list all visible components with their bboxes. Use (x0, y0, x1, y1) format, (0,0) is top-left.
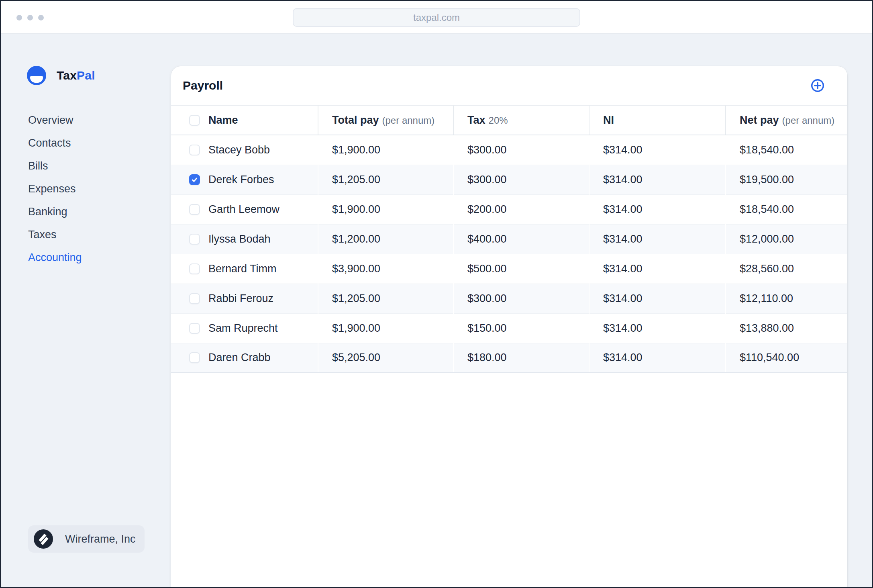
ni-value: $314.00 (589, 263, 725, 275)
select-all-checkbox[interactable] (189, 115, 200, 126)
sidebar-item-contacts[interactable]: Contacts (28, 132, 82, 155)
ni-value: $314.00 (589, 322, 725, 335)
tax-value: $200.00 (454, 203, 589, 216)
url-text: taxpal.com (413, 12, 460, 23)
net-pay-value: $18,540.00 (726, 203, 847, 216)
net-pay-value: $12,110.00 (726, 292, 847, 305)
column-header-ni: NI (589, 114, 725, 127)
ni-value: $314.00 (589, 292, 725, 305)
table-row: Daren Crabb $5,205.00 $180.00 $314.00 $1… (171, 343, 847, 373)
row-checkbox[interactable] (189, 263, 200, 274)
page-title: Payroll (183, 79, 223, 92)
sidebar-item-overview[interactable]: Overview (28, 109, 82, 132)
ni-value: $314.00 (589, 233, 725, 245)
circle-plus-icon (810, 78, 825, 93)
tax-value: $300.00 (454, 174, 589, 186)
workspace-switcher[interactable]: Wireframe, Inc (28, 525, 145, 553)
column-header-tax: Tax20% (454, 114, 589, 127)
net-pay-value: $28,560.00 (726, 263, 847, 275)
tax-value: $150.00 (454, 322, 589, 335)
employee-name: Garth Leemow (208, 203, 279, 216)
ni-value: $314.00 (589, 144, 725, 156)
sidebar-item-bills[interactable]: Bills (28, 155, 82, 178)
table-row: Derek Forbes $1,205.00 $300.00 $314.00 $… (171, 165, 847, 194)
table-row: Sam Ruprecht $1,900.00 $150.00 $314.00 $… (171, 313, 847, 343)
tax-value: $400.00 (454, 233, 589, 245)
row-checkbox[interactable] (189, 323, 200, 334)
column-header-name: Name (208, 114, 238, 127)
row-checkbox[interactable] (189, 352, 200, 363)
table-row: Ilyssa Bodah $1,200.00 $400.00 $314.00 $… (171, 224, 847, 254)
table-row: Bernard Timm $3,900.00 $500.00 $314.00 $… (171, 254, 847, 284)
sidebar-item-accounting[interactable]: Accounting (28, 246, 82, 269)
tax-value: $500.00 (454, 263, 589, 275)
row-checkbox[interactable] (189, 145, 200, 155)
window-controls (16, 15, 44, 20)
workspace-name: Wireframe, Inc (65, 533, 136, 545)
table-row: Stacey Bobb $1,900.00 $300.00 $314.00 $1… (171, 135, 847, 165)
window-dot-icon[interactable] (38, 15, 44, 20)
row-checkbox[interactable] (189, 174, 200, 185)
employee-name: Bernard Timm (208, 263, 277, 275)
employee-name: Ilyssa Bodah (208, 233, 271, 245)
ni-value: $314.00 (589, 174, 725, 186)
address-bar[interactable]: taxpal.com (293, 8, 580, 27)
employee-name: Sam Ruprecht (208, 322, 278, 335)
total-pay-value: $5,205.00 (318, 351, 453, 364)
payroll-table: Name Total pay(per annum) Tax20% NI Net … (171, 105, 847, 373)
row-checkbox[interactable] (189, 234, 200, 245)
tax-value: $300.00 (454, 292, 589, 305)
browser-bar: taxpal.com (1, 1, 872, 34)
table-row: Rabbi Ferouz $1,205.00 $300.00 $314.00 $… (171, 284, 847, 313)
window-dot-icon[interactable] (16, 15, 22, 20)
ni-value: $314.00 (589, 351, 725, 364)
brand-name: TaxPal (57, 69, 95, 82)
total-pay-value: $1,205.00 (318, 292, 453, 305)
total-pay-value: $1,900.00 (318, 322, 453, 335)
employee-name: Derek Forbes (208, 174, 274, 186)
employee-name: Stacey Bobb (208, 144, 270, 156)
total-pay-value: $1,900.00 (318, 203, 453, 216)
row-checkbox[interactable] (189, 293, 200, 304)
wireframe-logo-icon (34, 529, 53, 549)
employee-name: Rabbi Ferouz (208, 292, 273, 305)
card-header: Payroll (171, 66, 847, 105)
ni-value: $314.00 (589, 203, 725, 216)
net-pay-value: $13,880.00 (726, 322, 847, 335)
total-pay-value: $1,900.00 (318, 144, 453, 156)
table-row: Garth Leemow $1,900.00 $200.00 $314.00 $… (171, 194, 847, 224)
row-checkbox[interactable] (189, 204, 200, 215)
net-pay-value: $19,500.00 (726, 174, 847, 186)
app-window: taxpal.com TaxPal Overview Contacts Bill… (0, 0, 873, 588)
tax-value: $300.00 (454, 144, 589, 156)
sidebar-nav: Overview Contacts Bills Expenses Banking… (28, 109, 82, 269)
taxpal-logo[interactable]: TaxPal (27, 66, 95, 85)
sidebar-item-taxes[interactable]: Taxes (28, 223, 82, 246)
table-header-row: Name Total pay(per annum) Tax20% NI Net … (171, 105, 847, 135)
taxpal-logo-icon (27, 66, 46, 85)
net-pay-value: $12,000.00 (726, 233, 847, 245)
sidebar-item-banking[interactable]: Banking (28, 200, 82, 223)
sidebar-item-expenses[interactable]: Expenses (28, 178, 82, 200)
payroll-card: Payroll Name (171, 66, 847, 587)
total-pay-value: $1,200.00 (318, 233, 453, 245)
tax-value: $180.00 (454, 351, 589, 364)
net-pay-value: $110,540.00 (726, 351, 847, 364)
employee-name: Daren Crabb (208, 351, 271, 364)
net-pay-value: $18,540.00 (726, 144, 847, 156)
total-pay-value: $1,205.00 (318, 174, 453, 186)
column-header-net-pay: Net pay(per annum) (726, 114, 847, 127)
column-header-total-pay: Total pay(per annum) (318, 114, 453, 127)
add-employee-button[interactable] (810, 78, 825, 93)
window-dot-icon[interactable] (27, 15, 33, 20)
total-pay-value: $3,900.00 (318, 263, 453, 275)
